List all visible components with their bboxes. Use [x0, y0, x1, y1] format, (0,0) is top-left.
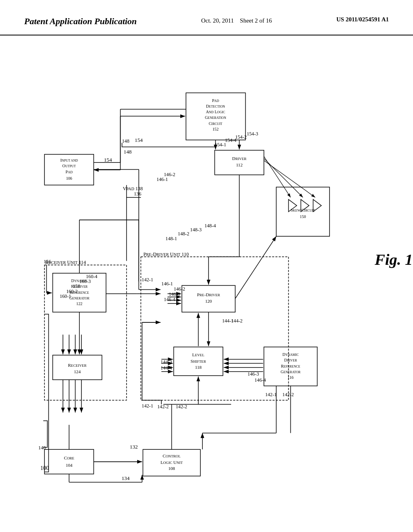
- circuit-diagram: Fig. 1(b) 100 CORE 104 CONTROL LOGIC UNI…: [0, 35, 413, 519]
- svg-text:REFERENCE: REFERENCE: [281, 364, 300, 368]
- svg-text:118: 118: [195, 365, 202, 370]
- svg-text:OUTPUT: OUTPUT: [63, 164, 76, 168]
- svg-text:154-4: 154-4: [225, 137, 236, 143]
- svg-text:DRIVER: DRIVER: [232, 156, 247, 161]
- svg-text:108: 108: [168, 466, 175, 471]
- svg-text:146-1: 146-1: [156, 177, 168, 182]
- svg-text:148: 148: [124, 149, 132, 155]
- svg-text:146-2: 146-2: [174, 286, 185, 292]
- bracket-140: [43, 421, 47, 447]
- svg-text:REFERENCE: REFERENCE: [70, 290, 89, 295]
- svg-text:116: 116: [288, 375, 294, 380]
- publication-title: Patent Application Publication: [24, 16, 137, 27]
- svg-text:RECEIVER: RECEIVER: [68, 363, 87, 368]
- svg-text:106: 106: [66, 176, 72, 181]
- svg-text:RECEIVER: RECEIVER: [71, 284, 88, 289]
- svg-text:144-3: 144-3: [161, 359, 172, 365]
- svg-text:DRIVER: DRIVER: [284, 358, 297, 362]
- svg-text:132: 132: [130, 444, 138, 450]
- svg-text:140: 140: [38, 445, 46, 451]
- svg-text:148-4: 148-4: [204, 223, 216, 229]
- svg-text:RECEIVER UNIT 114: RECEIVER UNIT 114: [45, 260, 86, 265]
- svg-text:SHIFTER: SHIFTER: [191, 359, 206, 364]
- core-block: [44, 449, 94, 474]
- svg-text:154-2: 154-2: [235, 134, 246, 140]
- diagram-area: Fig. 1(b) 100 CORE 104 CONTROL LOGIC UNI…: [0, 35, 413, 519]
- publication-date-sheet: Oct. 20, 2011 Sheet 2 of 16: [201, 16, 272, 25]
- svg-text:144-2: 144-2: [231, 318, 242, 324]
- svg-text:LEVEL: LEVEL: [192, 352, 205, 357]
- svg-text:142-2: 142-2: [282, 392, 294, 397]
- svg-text:154-1: 154-1: [215, 142, 226, 148]
- svg-text:150: 150: [300, 214, 306, 219]
- svg-text:142-2: 142-2: [176, 404, 187, 409]
- svg-text:142-2: 142-2: [157, 404, 169, 409]
- svg-text:DYNAMIC: DYNAMIC: [282, 352, 298, 357]
- svg-text:124: 124: [74, 369, 81, 374]
- svg-text:154-3: 154-3: [247, 131, 258, 137]
- svg-text:148: 148: [122, 138, 129, 144]
- svg-text:GENERATION: GENERATION: [205, 115, 226, 120]
- svg-text:PAD: PAD: [66, 170, 73, 174]
- svg-text:GENERATOR: GENERATOR: [281, 370, 301, 374]
- svg-text:DYNAMIC: DYNAMIC: [71, 278, 88, 283]
- svg-text:148-2: 148-2: [178, 231, 189, 237]
- svg-text:146-4: 146-4: [254, 377, 266, 383]
- svg-text:148-3: 148-3: [190, 227, 201, 233]
- svg-text:PAD: PAD: [212, 98, 219, 103]
- svg-text:142-1: 142-1: [142, 403, 153, 409]
- receiver-block: [53, 355, 102, 380]
- svg-text:146-3: 146-3: [248, 371, 259, 377]
- svg-text:146-2: 146-2: [164, 172, 175, 177]
- wire-driver-skew-3: [264, 160, 315, 197]
- svg-text:154: 154: [104, 157, 112, 163]
- svg-text:CIRCUIT: CIRCUIT: [209, 121, 222, 126]
- svg-text:146-4: 146-4: [164, 297, 175, 302]
- fig-label: Fig. 1(b): [374, 251, 413, 268]
- svg-text:PRE-DRIVER: PRE-DRIVER: [197, 292, 221, 297]
- page-header: Patent Application Publication Oct. 20, …: [0, 0, 413, 35]
- pre-driver-unit-outline: [141, 257, 288, 400]
- bracket-148: [122, 143, 215, 147]
- svg-text:CORE: CORE: [64, 455, 74, 460]
- wire-driver-skew-2: [264, 158, 303, 197]
- svg-text:160-4: 160-4: [86, 274, 97, 279]
- svg-text:LOGIC UNIT: LOGIC UNIT: [161, 460, 183, 465]
- svg-text:142-1: 142-1: [265, 392, 276, 397]
- svg-text:120: 120: [205, 299, 212, 303]
- svg-text:104: 104: [66, 463, 73, 468]
- svg-text:DETECTION: DETECTION: [206, 104, 225, 108]
- svg-text:156: 156: [44, 259, 51, 264]
- svg-text:134: 134: [121, 475, 129, 481]
- svg-text:148-1: 148-1: [165, 236, 177, 241]
- svg-text:152: 152: [213, 127, 219, 131]
- svg-text:INPUT AND: INPUT AND: [60, 158, 78, 162]
- svg-text:136: 136: [134, 191, 141, 197]
- svg-text:144-4: 144-4: [161, 365, 172, 371]
- svg-text:CONTROL: CONTROL: [163, 453, 181, 458]
- svg-text:112: 112: [236, 162, 242, 167]
- svg-text:154: 154: [135, 137, 143, 143]
- svg-text:146-1: 146-1: [161, 281, 173, 287]
- svg-text:AND LOGIC: AND LOGIC: [206, 110, 225, 114]
- patent-number: US 2011/0254591 A1: [336, 16, 389, 23]
- svg-text:146-3: 146-3: [169, 291, 180, 297]
- svg-text:PRE-DRIVER UNIT 110: PRE-DRIVER UNIT 110: [143, 251, 189, 257]
- svg-text:122: 122: [76, 301, 82, 306]
- svg-text:142-1: 142-1: [142, 277, 153, 283]
- svg-text:GENERATOR: GENERATOR: [69, 296, 90, 300]
- wire-predriver-to-skew: [235, 236, 276, 299]
